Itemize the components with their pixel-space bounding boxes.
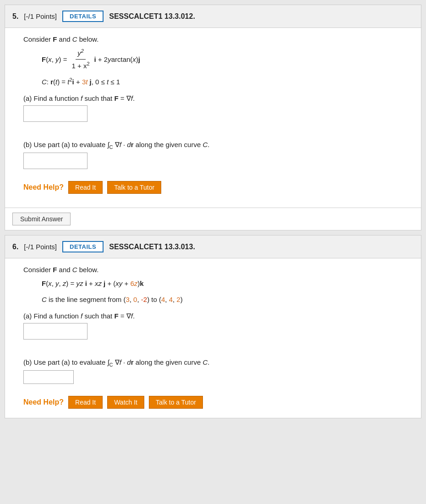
problem-6-points: [-/1 Points] <box>24 243 57 251</box>
problem-5-id: SESSCALCET1 13.3.012. <box>109 12 195 21</box>
problem-5: 5. [-/1 Points] DETAILS SESSCALCET1 13.3… <box>5 5 421 230</box>
problem-6-body: Consider F and C below. F(x, y, z) = yz … <box>5 258 421 418</box>
problem-6-consider: Consider F and C below. <box>23 266 410 274</box>
problem-6-equation-C: C is the line segment from (3, 0, -2) to… <box>42 293 410 306</box>
problem-6-part-b-label: (b) Use part (a) to evaluate ∫C ∇f · dr … <box>23 358 410 367</box>
problem-5-part-b-input[interactable] <box>23 153 87 169</box>
problem-6-part-a-label: (a) Find a function f such that F = ∇f. <box>23 312 410 320</box>
problem-6-talk-to-tutor-button[interactable]: Talk to a Tutor <box>149 396 203 409</box>
problem-6-watch-it-button[interactable]: Watch It <box>107 396 144 409</box>
problem-6-equation-F: F(x, y, z) = yz i + xz j + (xy + 6z)k <box>42 277 410 290</box>
problem-5-need-help-row: Need Help? Read It Talk to a Tutor <box>23 176 410 194</box>
problem-5-body: Consider F and C below. F(x, y) = y2 1 +… <box>5 28 421 203</box>
problem-6-details-button[interactable]: DETAILS <box>62 241 104 252</box>
problem-5-points: [-/1 Points] <box>24 12 57 20</box>
problem-5-consider: Consider F and C below. <box>23 35 410 43</box>
problem-6-need-help-label: Need Help? <box>23 398 64 406</box>
problem-5-read-it-button[interactable]: Read It <box>68 181 103 194</box>
problem-6-id: SESSCALCET1 13.3.013. <box>109 243 195 251</box>
problem-6-part-b-input[interactable] <box>23 370 74 384</box>
problem-5-part-a-input[interactable] <box>23 105 87 122</box>
problem-5-equation-F: F(x, y) = y2 1 + x2 i + 2yarctan(x)j <box>42 47 410 72</box>
problem-5-talk-to-tutor-button[interactable]: Talk to a Tutor <box>107 181 161 194</box>
problem-5-submit-row: Submit Answer <box>5 208 421 230</box>
problem-6-header: 6. [-/1 Points] DETAILS SESSCALCET1 13.3… <box>5 236 421 258</box>
problem-6: 6. [-/1 Points] DETAILS SESSCALCET1 13.3… <box>5 235 421 418</box>
problem-5-equation-C: C: r(t) = t2i + 3t j, 0 ≤ t ≤ 1 <box>42 76 410 88</box>
problem-5-part-a-label: (a) Find a function f such that F = ∇f. <box>23 94 410 103</box>
problem-5-header: 5. [-/1 Points] DETAILS SESSCALCET1 13.3… <box>5 5 421 28</box>
problem-6-number: 6. <box>12 243 18 251</box>
problem-5-submit-button[interactable]: Submit Answer <box>12 213 71 225</box>
problem-5-part-b-label: (b) Use part (a) to evaluate ∫C ∇f · dr … <box>23 141 410 150</box>
problem-6-read-it-button[interactable]: Read It <box>68 396 103 409</box>
problem-5-need-help-label: Need Help? <box>23 183 64 192</box>
problem-5-details-button[interactable]: DETAILS <box>62 11 104 22</box>
problem-6-need-help-row: Need Help? Read It Watch It Talk to a Tu… <box>23 391 410 409</box>
problem-6-part-a-input[interactable] <box>23 323 87 340</box>
problem-5-number: 5. <box>12 12 18 21</box>
